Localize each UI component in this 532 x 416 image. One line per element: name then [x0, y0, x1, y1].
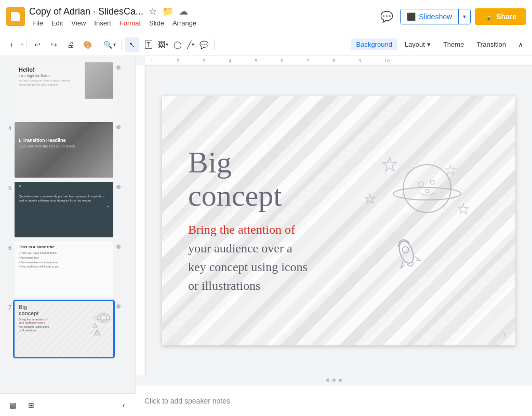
menu-insert[interactable]: Insert	[91, 18, 114, 28]
menu-file[interactable]: File	[29, 18, 46, 28]
slide-thumbnail-7: Bigconcept Bring the attention of your a…	[15, 301, 113, 357]
comment-insert-icon: 💬	[200, 41, 208, 49]
toolbar-right: Background Layout ▾ Theme Transition ∧	[351, 37, 528, 52]
slideshow-dropdown-button[interactable]: ▾	[458, 9, 470, 24]
speaker-notes-placeholder[interactable]: Click to add speaker notes	[144, 397, 230, 405]
svg-point-29	[402, 246, 409, 253]
menu-view[interactable]: View	[68, 18, 89, 28]
speaker-notes-area[interactable]: Click to add speaker notes	[136, 385, 532, 416]
theme-label: Theme	[443, 41, 464, 48]
slide-list-icon: ▤	[9, 401, 16, 409]
comment-button[interactable]: 💬	[377, 7, 396, 26]
zoom-icon: 🔍	[103, 41, 112, 49]
print-button[interactable]: 🖨	[63, 37, 78, 52]
line-icon: ╱	[187, 41, 191, 49]
slide-6-items: • Here you have a list of items • And so…	[15, 251, 113, 269]
svg-text:9: 9	[358, 58, 361, 63]
undo-button[interactable]: ↩	[30, 37, 45, 52]
body-line-3: or illustrations	[188, 279, 260, 292]
slide-thumb-7[interactable]: 7 Bigconcept Bring the attention of your…	[0, 299, 136, 359]
svg-text:6: 6	[281, 58, 283, 63]
top-bar: Copy of Adrian · SlidesCa... ☆ 📁 ☁ File …	[0, 0, 532, 33]
shape-button[interactable]: ◯	[170, 37, 185, 52]
side-dot	[116, 65, 121, 70]
slide-thumbnail-5: " Quotidians are conveniently pitched fr…	[15, 182, 113, 237]
doc-title-text: Copy of Adrian · SlidesCa...	[29, 6, 143, 17]
line-button[interactable]: ╱ ▾	[187, 37, 194, 52]
background-label: Background	[356, 41, 392, 48]
slide-thumb-4[interactable]: Hello! I am Inglesia Smith an item becau…	[0, 60, 136, 120]
comment-insert-button[interactable]: 💬	[196, 37, 211, 52]
bottom-bar: ▤ ⊞ ‹	[0, 393, 136, 416]
redo-button[interactable]: ↪	[47, 37, 61, 52]
collapse-toolbar-button[interactable]: ∧	[513, 37, 528, 52]
svg-point-25	[418, 182, 423, 187]
svg-text:8: 8	[332, 58, 335, 63]
share-button[interactable]: 🔒 Share	[475, 8, 526, 25]
paint-format-button[interactable]: 🎨	[80, 37, 95, 52]
slide-6-title: This is a slide title	[15, 241, 113, 251]
toolbar: + ▾ ↩ ↪ 🖨 🎨 🔍 ▾ ↖ T 🖼 ▾ ◯ ╱ ▾ 💬 Backgro	[0, 33, 532, 56]
slide-num-6: 6	[4, 241, 11, 251]
transition-button[interactable]: Transition	[471, 38, 511, 50]
slide-thumbnail-6: This is a slide title • Here you have a …	[15, 241, 113, 297]
slide-thumb-5[interactable]: 5 " Quotidians are conveniently pitched …	[0, 180, 136, 239]
slideshow-button[interactable]: ⬛ Slideshow	[401, 9, 458, 24]
add-button[interactable]: +	[4, 37, 19, 52]
side-dot-5	[116, 185, 121, 189]
svg-text:1: 1	[151, 58, 153, 63]
zoom-button[interactable]: 🔍 ▾	[101, 37, 118, 52]
collapse-panel-button[interactable]: ‹	[115, 397, 132, 413]
select-cursor-button[interactable]: ↖	[125, 37, 139, 52]
app-icon	[6, 7, 25, 26]
rocket-group	[392, 236, 421, 270]
slideshow-label: Slideshow	[419, 12, 452, 21]
toolbar-separator-4	[214, 39, 215, 50]
add-icon: +	[9, 41, 14, 49]
present-screen-icon: ⬛	[407, 12, 416, 21]
folder-icon[interactable]: 📁	[161, 5, 175, 18]
cloud-icon[interactable]: ☁	[178, 5, 189, 18]
ruler-h-ticks: 1 2 3 4 5 6 7 8 9 10	[145, 56, 532, 65]
svg-text:7: 7	[307, 58, 309, 63]
title-line-2: concept	[188, 179, 282, 212]
menu-format[interactable]: Format	[116, 18, 144, 28]
image-button[interactable]: 🖼 ▾	[158, 37, 168, 52]
side-dot-7	[116, 304, 121, 308]
text-box-button[interactable]: T	[141, 37, 156, 52]
slide-4-body: an item because I like to give general i…	[19, 79, 76, 87]
slide-transition-title: I. Transition Headline	[19, 138, 109, 143]
slide-thumb-transition[interactable]: 4 I. Transition Headline Let's start wit…	[0, 120, 136, 180]
slide-editor-container[interactable]: Big concept Bring the attention of your …	[162, 96, 515, 345]
menu-slide[interactable]: Slide	[146, 18, 167, 28]
svg-marker-22	[459, 204, 468, 213]
print-icon: 🖨	[67, 41, 74, 49]
toolbar-separator-1	[26, 39, 27, 50]
slide-canvas[interactable]: Big concept Bring the attention of your …	[162, 96, 515, 345]
grid-view-button[interactable]: ⊞	[23, 397, 39, 413]
share-label: Share	[496, 12, 516, 21]
svg-marker-3	[94, 330, 100, 335]
layout-label: Layout	[405, 41, 425, 48]
layout-button[interactable]: Layout ▾	[400, 38, 436, 50]
quote-close: "	[15, 203, 113, 213]
background-button[interactable]: Background	[351, 38, 397, 50]
slide-panel: Hello! I am Inglesia Smith an item becau…	[0, 56, 136, 416]
add-chevron[interactable]: ▾	[21, 42, 23, 47]
zoom-chevron: ▾	[113, 42, 116, 47]
theme-button[interactable]: Theme	[438, 38, 469, 50]
slide-thumb-6[interactable]: 6 This is a slide title • Here you have …	[0, 239, 136, 299]
menu-edit[interactable]: Edit	[48, 18, 66, 28]
toolbar-separator-3	[121, 39, 122, 50]
app-icon-shape	[11, 12, 20, 21]
menu-arrange[interactable]: Arrange	[169, 18, 200, 28]
top-right-actions: 💬 ⬛ Slideshow ▾ 🔒 Share	[377, 7, 526, 26]
star-icon[interactable]: ☆	[148, 5, 158, 18]
side-dot-6	[116, 245, 121, 249]
quote-text: Quotidians are conveniently pitched from…	[15, 194, 113, 203]
slide-list-view-button[interactable]: ▤	[4, 397, 21, 413]
svg-marker-21	[446, 165, 455, 175]
svg-point-4	[96, 331, 98, 333]
side-dot-t	[116, 125, 121, 129]
svg-point-26	[430, 180, 434, 184]
